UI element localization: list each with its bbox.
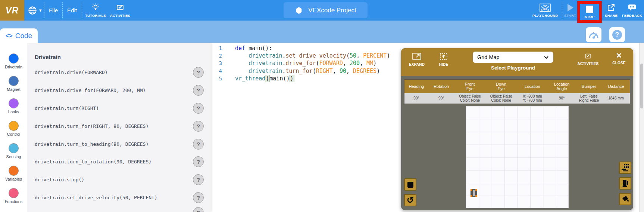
playground-close-button[interactable]: ✕ CLOSE — [610, 52, 628, 65]
palette-command-row[interactable]: drivetrain.set_drive_velocity(50, PERCEN… — [27, 189, 211, 207]
paint-color-button[interactable] — [619, 193, 631, 205]
help-button[interactable]: ? — [193, 156, 204, 167]
code-token: def — [235, 45, 248, 52]
robot-wheel — [471, 189, 472, 191]
code-text: drivetrain.set_drive_velocity(50, PERCEN… — [222, 52, 390, 59]
code-token: 50 — [350, 52, 356, 59]
line-number: 3 — [211, 60, 222, 66]
edit-menu[interactable]: Edit — [65, 0, 79, 21]
indent-guide-line — [242, 67, 242, 75]
help-button[interactable]: ? — [193, 192, 204, 203]
select-chevron-icon — [544, 56, 549, 59]
sidebar-item-functions[interactable]: Functions — [0, 188, 27, 204]
sensor-value-cell: 1845 mm — [602, 93, 630, 104]
help-button-partial[interactable]: ? — [193, 207, 204, 212]
playground-button[interactable]: PLAYGROUND — [530, 0, 560, 21]
monitor-gauge-button[interactable] — [586, 27, 601, 42]
help-toolbar-button[interactable]: ? — [609, 27, 625, 42]
tutorials-label: TUTORIALS — [85, 13, 106, 18]
playground-icon — [540, 3, 551, 12]
tutorials-button[interactable]: TUTORIALS — [85, 0, 106, 21]
sidebar-item-drivetrain[interactable]: Drivetrain — [0, 53, 27, 69]
help-button[interactable]: ? — [193, 174, 204, 185]
playground-map-select[interactable]: Grid Map — [473, 52, 553, 63]
line-number: 1 — [211, 45, 222, 51]
palette-command-row[interactable]: drivetrain.turn_for(RIGHT, 90, DEGREES)? — [27, 117, 211, 135]
line-number: 5 — [211, 76, 222, 82]
code-token: set_drive_velocity — [285, 52, 346, 59]
divider — [562, 2, 562, 18]
code-token: ) — [373, 60, 376, 67]
sidebar-item-control[interactable]: Control — [0, 121, 27, 136]
tab-code[interactable]: <> Code — [0, 28, 38, 43]
playground-window: EXPAND HIDE Grid Map Select Playground A… — [401, 48, 633, 210]
help-button[interactable]: ? — [193, 139, 204, 150]
feedback-label: FEEDBACK — [622, 13, 642, 18]
palette-command-row[interactable]: drivetrain.drive(FORWARD)? — [27, 64, 211, 82]
language-selector[interactable]: ▾ — [28, 0, 42, 21]
palette-command-row[interactable]: drivetrain.turn(RIGHT)? — [27, 99, 211, 117]
palette-command-row[interactable]: drivetrain.stop()? — [27, 171, 211, 189]
palette-command-row[interactable]: drivetrain.drive_for(FORWARD, 200, MM)? — [27, 82, 211, 99]
playground-header: EXPAND HIDE Grid Map Select Playground A… — [401, 48, 633, 76]
column-header-down: DownEye — [485, 80, 517, 93]
help-button[interactable]: ? — [193, 85, 204, 96]
sidebar-item-magnet[interactable]: Magnet — [0, 76, 27, 92]
workspace-toolbar: <> Code ? — [0, 21, 644, 43]
grid-map[interactable] — [466, 106, 569, 208]
playground-activities-button[interactable]: ACTIVITIES — [576, 52, 600, 66]
sensor-value-cell: Left: FalseRight: False — [575, 93, 602, 104]
code-token: , — [343, 60, 350, 67]
playground-map-value: Grid Map — [477, 54, 500, 60]
robot-wheel — [475, 189, 477, 191]
value-line: Right: False — [579, 98, 599, 103]
divider — [82, 2, 82, 18]
playground-reset-button[interactable]: ↺ — [404, 194, 416, 206]
feedback-icon — [628, 3, 637, 12]
sidebar-item-variables[interactable]: Variables — [0, 166, 27, 181]
vr-logo: VR — [0, 0, 24, 21]
sensor-table-header: HeadingRotationFrontEyeDownEyeLocationLo… — [404, 80, 630, 93]
indent-guide-line — [242, 59, 242, 67]
value-line: Object: False — [490, 94, 512, 99]
palette-command-row[interactable]: drivetrain.turn_to_rotation(90, DEGREES)… — [27, 153, 211, 171]
playground-stop-button[interactable] — [404, 178, 416, 191]
start-button[interactable]: START — [563, 0, 577, 21]
palette-command-row[interactable]: drivetrain.turn_to_heading(90, DEGREES)? — [27, 135, 211, 153]
code-token: ) — [387, 52, 390, 59]
feedback-button[interactable]: FEEDBACK — [621, 0, 643, 21]
vr-robot[interactable] — [471, 189, 477, 197]
code-text: drivetrain.drive_for(FORWARD, 200, MM) — [222, 60, 376, 67]
sidebar-item-looks[interactable]: Looks — [0, 98, 27, 114]
hide-button[interactable]: HIDE — [435, 52, 452, 67]
code-token: PERCENT — [363, 52, 387, 59]
column-header-heading: Heading — [404, 80, 428, 93]
help-button[interactable]: ? — [193, 103, 204, 114]
file-menu[interactable]: File — [47, 0, 60, 21]
header-line: Bumper — [582, 84, 596, 89]
activities-button[interactable]: ACTIVITIES — [109, 0, 131, 21]
robot-view-button[interactable] — [619, 177, 631, 190]
gauge-icon — [588, 30, 599, 40]
project-name-button[interactable]: VEXcode Project — [284, 2, 368, 18]
category-sidebar: DrivetrainMagnetLooksControlSensingVaria… — [0, 43, 27, 212]
help-button[interactable]: ? — [193, 121, 204, 132]
share-button[interactable]: SHARE — [603, 0, 619, 21]
header-line: Angle — [557, 86, 567, 91]
page-scrollbar[interactable] — [639, 43, 644, 212]
header-line: Rotation — [434, 84, 449, 89]
expand-button[interactable]: EXPAND — [406, 52, 427, 67]
control-category-icon — [9, 121, 19, 131]
code-token: FORWARD — [319, 60, 343, 67]
line-number: 4 — [211, 68, 222, 74]
hide-label: HIDE — [439, 62, 448, 67]
header-line: Distance — [608, 84, 624, 89]
value-line: X: -900 mm — [523, 94, 542, 99]
sidebar-item-sensing[interactable]: Sensing — [0, 143, 27, 159]
scrollbar-thumb[interactable] — [640, 64, 643, 108]
code-token: vr_thread — [235, 75, 265, 82]
console-view-button[interactable] — [619, 162, 631, 174]
help-button[interactable]: ? — [193, 67, 204, 78]
stop-button[interactable]: STOP — [585, 6, 595, 19]
sensor-value-cell: X: -900 mmY: -700 mm — [517, 93, 548, 104]
